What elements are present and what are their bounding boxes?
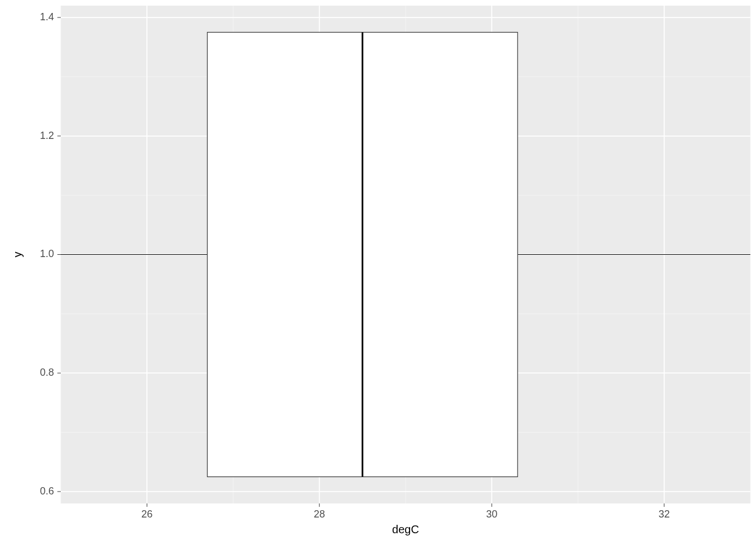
- y-tick-label: 1.2: [40, 130, 54, 141]
- boxplot-chart: 262830320.60.81.01.21.4degCy: [0, 0, 756, 540]
- y-tick-label: 0.6: [40, 485, 54, 497]
- x-tick-label: 26: [141, 508, 152, 520]
- x-tick-label: 32: [659, 508, 670, 520]
- x-tick-label: 30: [486, 508, 497, 520]
- x-tick-label: 28: [314, 508, 325, 520]
- y-tick-label: 1.4: [40, 11, 54, 22]
- y-tick-label: 0.8: [40, 367, 54, 378]
- x-axis-title: degC: [392, 523, 419, 536]
- y-axis-title: y: [11, 252, 24, 258]
- y-tick-label: 1.0: [40, 248, 54, 259]
